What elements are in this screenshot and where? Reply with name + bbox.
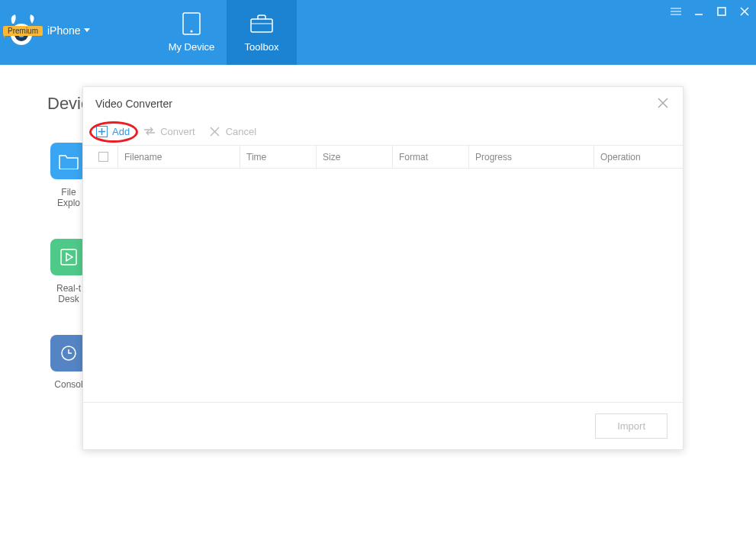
cancel-button[interactable]: Cancel — [209, 125, 256, 137]
tablet-icon — [180, 12, 203, 35]
tab-toolbox-label: Toolbox — [245, 41, 279, 53]
device-label-text: iPhone — [47, 24, 81, 37]
x-icon — [209, 125, 221, 137]
select-all-checkbox[interactable] — [95, 146, 118, 168]
premium-badge: Premium — [3, 26, 43, 36]
col-operation[interactable]: Operation — [594, 146, 671, 168]
toolbox-icon — [250, 12, 273, 35]
convert-label: Convert — [160, 126, 195, 137]
video-converter-modal: Video Converter Add Convert Cancel F — [82, 86, 684, 450]
col-progress[interactable]: Progress — [469, 146, 594, 168]
svg-rect-2 — [251, 19, 272, 32]
col-format[interactable]: Format — [393, 146, 469, 168]
app-header: iPhone Premium My Device Toolbox — [0, 0, 756, 65]
import-button[interactable]: Import — [595, 413, 668, 439]
folder-icon — [50, 143, 87, 179]
table-header: Filename Time Size Format Progress Opera… — [83, 146, 683, 169]
add-label: Add — [112, 126, 130, 137]
svg-point-1 — [191, 31, 193, 33]
tile-label: Real-t Desk — [56, 283, 81, 304]
svg-rect-11 — [61, 249, 76, 265]
svg-rect-8 — [718, 8, 725, 15]
modal-header: Video Converter — [83, 87, 683, 121]
close-icon[interactable] — [738, 5, 751, 18]
cancel-label: Cancel — [226, 126, 256, 137]
convert-icon — [143, 125, 156, 137]
col-time[interactable]: Time — [240, 146, 317, 168]
modal-title: Video Converter — [95, 98, 172, 110]
tab-my-device[interactable]: My Device — [156, 0, 227, 65]
caret-down-icon — [84, 28, 90, 32]
maximize-icon[interactable] — [715, 5, 729, 18]
play-icon — [50, 239, 87, 275]
tile-label: Consol — [54, 379, 82, 390]
plus-icon — [95, 125, 108, 137]
modal-toolbar: Add Convert Cancel — [83, 121, 683, 146]
tab-my-device-label: My Device — [169, 41, 215, 53]
tile-label: File Explo — [57, 187, 80, 208]
nav-tabs: My Device Toolbox — [156, 0, 297, 65]
add-button[interactable]: Add — [95, 125, 130, 137]
window-controls — [669, 0, 756, 18]
minimize-icon[interactable] — [692, 5, 706, 18]
menu-icon[interactable] — [669, 5, 683, 18]
modal-close-button[interactable] — [657, 97, 671, 111]
convert-button[interactable]: Convert — [143, 125, 195, 137]
tab-toolbox[interactable]: Toolbox — [227, 0, 297, 65]
table-body — [83, 169, 683, 402]
col-size[interactable]: Size — [317, 146, 393, 168]
col-filename[interactable]: Filename — [118, 146, 240, 168]
device-selector[interactable]: iPhone — [47, 24, 90, 37]
modal-footer: Import — [83, 402, 683, 449]
clock-icon — [50, 335, 87, 372]
